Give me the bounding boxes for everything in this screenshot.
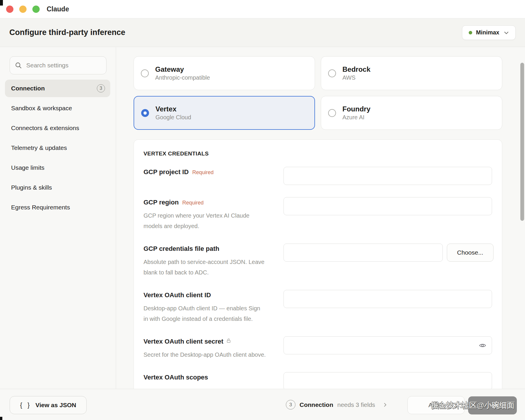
gcp-project-id-input[interactable] [284,167,492,185]
sidebar-item-connectors-extensions[interactable]: Connectors & extensions [5,119,110,137]
provider-cards: Gateway Anthropic-compatible Bedrock AWS… [134,56,502,130]
field-vertex-oauth-client-id: Vertex OAuth client ID Desktop-app OAuth… [144,290,492,324]
window-title: Claude [47,5,69,13]
field-gcp-credentials-file-path: GCP credentials file path Absolute path … [144,244,492,278]
vertex-oauth-scopes-input[interactable] [284,372,492,389]
screen-artifact [0,417,2,420]
required-tag: Required [182,200,204,206]
radio-unchecked-icon[interactable] [328,109,336,117]
field-label: Vertex OAuth client ID [144,291,211,299]
field-vertex-oauth-scopes: Vertex OAuth scopes [144,372,492,389]
braces-icon: { } [20,401,32,409]
sidebar-item-connection[interactable]: Connection 3 [5,80,110,97]
view-as-json-label: View as JSON [36,402,76,409]
provider-subtitle: AWS [342,74,370,82]
apply-button[interactable]: Apply [407,396,465,414]
maximize-window-button[interactable] [32,6,40,13]
sidebar-item-label: Egress Requirements [11,204,70,211]
minimize-window-button[interactable] [19,6,27,13]
status-count-badge: 3 [286,400,295,410]
field-label: GCP credentials file path [144,245,219,252]
field-description: Absolute path to service-account JSON. L… [144,257,266,278]
provider-name: Gateway [155,65,210,74]
field-label: Vertex OAuth client secret [144,338,223,345]
sidebar-item-label: Connectors & extensions [11,125,79,132]
provider-card-foundry[interactable]: Foundry Azure AI [321,96,502,130]
sidebar-item-telemetry-updates[interactable]: Telemetry & updates [5,139,110,157]
choose-file-button[interactable]: Choose... [447,244,494,262]
settings-sidebar: Connection 3 Sandbox & workspace Connect… [0,47,116,389]
main-content: Gateway Anthropic-compatible Bedrock AWS… [116,47,525,389]
field-description: Desktop-app OAuth client ID — enables Si… [144,303,266,324]
provider-subtitle: Anthropic-compatible [155,74,210,82]
sidebar-nav: Connection 3 Sandbox & workspace Connect… [5,80,110,218]
view-as-json-button[interactable]: { } View as JSON [10,396,87,414]
field-label: Vertex OAuth scopes [144,374,208,381]
field-label: GCP region [144,199,179,206]
field-vertex-oauth-client-secret: Vertex OAuth client secret Secret for th… [144,336,492,360]
field-label: GCP project ID [144,168,189,176]
provider-subtitle: Google Cloud [155,113,191,121]
vertex-oauth-client-id-input[interactable] [284,290,492,308]
gcp-credentials-path-input[interactable] [284,244,443,262]
provider-name: Vertex [155,104,191,113]
footer-bar: { } View as JSON 3 Connection needs 3 fi… [0,389,525,420]
field-gcp-project-id: GCP project ID Required [144,167,492,185]
field-gcp-region: GCP region Required GCP region where you… [144,197,492,231]
required-tag: Required [192,169,214,175]
sidebar-item-usage-limits[interactable]: Usage limits [5,159,110,176]
section-title: VERTEX CREDENTIALS [144,150,492,157]
status-dot-icon [469,31,472,34]
provider-card-vertex[interactable]: Vertex Google Cloud [134,96,315,130]
field-description: GCP region where your Vertex AI Claude m… [144,210,266,231]
close-window-button[interactable] [6,6,13,13]
watermark-badge [468,396,517,414]
app-window: Claude Configure third-party inference M… [0,0,525,420]
chevron-down-icon [503,29,510,36]
chevron-right-icon [382,402,388,408]
radio-unchecked-icon[interactable] [141,69,149,77]
model-selector-dropdown[interactable]: Minimax [462,25,516,40]
search-settings-input[interactable] [26,62,102,69]
sidebar-item-label: Usage limits [11,164,44,171]
page-header: Configure third-party inference Minimax [0,18,525,47]
provider-name: Foundry [342,104,370,113]
show-secret-eye-icon[interactable] [479,342,486,349]
titlebar: Claude [0,0,525,18]
lock-icon [226,338,231,344]
model-selector-label: Minimax [476,29,499,36]
connection-status[interactable]: 3 Connection needs 3 fields [286,389,388,420]
sidebar-item-label: Plugins & skills [11,184,52,191]
provider-card-gateway[interactable]: Gateway Anthropic-compatible [134,56,315,90]
sidebar-item-sandbox-workspace[interactable]: Sandbox & workspace [5,99,110,117]
radio-unchecked-icon[interactable] [328,69,336,77]
vertex-credentials-panel: VERTEX CREDENTIALS GCP project ID Requir… [134,139,502,389]
search-icon [15,62,22,69]
provider-subtitle: Azure AI [342,113,370,121]
field-description: Secret for the Desktop-app OAuth client … [144,349,266,360]
sidebar-item-label: Telemetry & updates [11,144,67,151]
traffic-lights [0,6,40,13]
status-message: needs 3 fields [337,401,375,408]
search-settings-box[interactable] [10,56,106,74]
vertex-oauth-client-secret-input[interactable] [284,336,492,354]
screen-artifact [0,0,3,6]
connection-count-badge: 3 [97,84,105,92]
page-title: Configure third-party inference [9,28,125,37]
sidebar-item-plugins-skills[interactable]: Plugins & skills [5,179,110,196]
provider-card-bedrock[interactable]: Bedrock AWS [321,56,502,90]
provider-name: Bedrock [342,65,370,74]
gcp-region-input[interactable] [284,197,492,215]
sidebar-item-egress-requirements[interactable]: Egress Requirements [5,199,110,216]
sidebar-item-label: Connection [11,85,45,92]
sidebar-item-label: Sandbox & workspace [11,105,72,112]
vertical-scrollbar-thumb[interactable] [520,63,524,221]
radio-checked-icon[interactable] [141,109,149,117]
status-section-label: Connection [300,401,333,408]
